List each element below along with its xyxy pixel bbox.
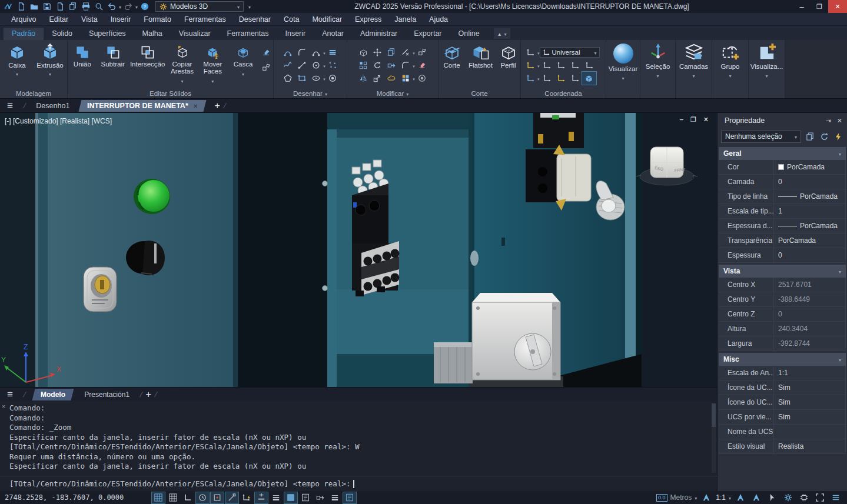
prop-row-centro-z[interactable]: Centro Z 0	[719, 307, 846, 322]
3d-align-icon[interactable]	[356, 46, 370, 59]
plot-icon[interactable]	[67, 1, 79, 12]
visualiza-button[interactable]: Visualiza...	[749, 40, 785, 70]
units-label[interactable]: Metros	[670, 493, 692, 502]
ribbon-tab-visualizar[interactable]: Visualizar	[171, 28, 219, 40]
erase-icon[interactable]	[415, 59, 429, 72]
imprint-icon[interactable]	[259, 61, 273, 74]
menu-express[interactable]: Express	[348, 15, 388, 24]
qat-customize-icon[interactable]	[248, 2, 251, 11]
units-caret-icon[interactable]	[695, 493, 697, 502]
redo-icon[interactable]	[122, 1, 134, 12]
toggle-pickadd-icon[interactable]	[833, 131, 843, 142]
wipeout-icon[interactable]	[415, 72, 429, 85]
key-lock[interactable]	[84, 267, 117, 312]
interseccao-button[interactable]: Intersecção	[129, 42, 167, 68]
menu-modificar[interactable]: Modificar	[305, 15, 348, 24]
extract-edges-icon[interactable]	[259, 46, 273, 59]
close-command-icon[interactable]	[2, 403, 5, 409]
rotate-icon[interactable]	[370, 59, 384, 72]
grid-display-icon[interactable]	[167, 492, 180, 503]
doc-tab-interruptor[interactable]: INTERRUPTOR DE MANETA*	[79, 100, 207, 112]
visualiza-flyout-icon[interactable]	[765, 72, 768, 79]
undo-icon[interactable]	[106, 1, 118, 12]
menu-desenhar[interactable]: Desenhar	[232, 15, 277, 24]
prop-row-cor[interactable]: Cor PorCamada	[719, 160, 846, 175]
ucs-z-icon[interactable]	[554, 72, 568, 85]
ribbon-tab-superficies[interactable]: Superfícies	[81, 28, 134, 40]
contact-block-lower[interactable]	[526, 145, 591, 211]
menu-cota[interactable]: Cota	[277, 15, 305, 24]
minimize-button[interactable]	[793, 0, 811, 13]
grupo-button[interactable]: Grupo	[712, 40, 748, 70]
prop-row-tipo-linha[interactable]: Tipo de linha PorCamada	[719, 189, 846, 204]
menu-editar[interactable]: Editar	[42, 15, 75, 24]
auto-annotation-icon[interactable]	[750, 492, 763, 503]
new-tab-button[interactable]	[215, 101, 220, 111]
menu-ferramentas[interactable]: Ferramentas	[178, 15, 232, 24]
modificar-flyout-icon[interactable]	[406, 90, 408, 97]
mirror-icon[interactable]	[356, 72, 370, 85]
auto-hide-icon[interactable]	[826, 116, 831, 125]
quick-properties-icon[interactable]	[299, 492, 312, 503]
ucs-x-icon[interactable]	[568, 72, 582, 85]
mover-faces-button[interactable]: Mover Faces	[198, 42, 227, 85]
ellipse-icon[interactable]	[309, 72, 323, 85]
camadas-button[interactable]: Camadas	[676, 40, 712, 70]
ribbon-collapse-button[interactable]	[494, 28, 510, 39]
command-scrollbar[interactable]	[712, 403, 716, 473]
ucs-combo[interactable]: Universal	[540, 47, 600, 58]
menu-inserir[interactable]: Inserir	[104, 15, 138, 24]
snap-grid-icon[interactable]	[152, 492, 165, 503]
new-file-icon[interactable]	[15, 1, 27, 12]
undo-caret-icon[interactable]	[119, 2, 121, 11]
camadas-flyout-icon[interactable]	[692, 72, 695, 79]
arc-icon[interactable]	[309, 46, 323, 59]
quick-select-icon[interactable]	[805, 131, 815, 142]
ribbon-tab-inserir[interactable]: Inserir	[277, 28, 314, 40]
prop-row-largura[interactable]: Largura -392.8744	[719, 336, 846, 351]
menu-janela[interactable]: Janela	[388, 15, 423, 24]
print-icon[interactable]	[80, 1, 92, 12]
prop-row-escala-tipo[interactable]: Escala de tip... 1	[719, 204, 846, 219]
polyline-icon[interactable]	[295, 46, 309, 59]
prop-row-nome-ucs[interactable]: Nome da UCS	[719, 425, 846, 439]
selection-combo[interactable]: Nenhuma seleção	[721, 131, 801, 143]
ribbon-tab-anotar[interactable]: Anotar	[314, 28, 352, 40]
ucs-icon-toggle[interactable]	[582, 72, 596, 85]
selecao-button[interactable]: Seleção	[640, 40, 675, 70]
ribbon-tab-administrar[interactable]: Administrar	[352, 28, 406, 40]
hardware-accel-icon[interactable]	[798, 492, 811, 503]
annotation-monitor-icon[interactable]	[314, 492, 327, 503]
contact-block-upper[interactable]	[533, 113, 584, 148]
doc-close-icon[interactable]	[703, 116, 709, 124]
ucs-object-icon[interactable]	[554, 59, 568, 72]
help-icon[interactable]	[139, 1, 151, 12]
menu-arquivo[interactable]: Arquivo	[5, 15, 42, 24]
move-icon[interactable]	[370, 46, 384, 59]
ucs-named-icon[interactable]	[523, 46, 537, 59]
drawing-viewport[interactable]: [-] [Customizado] [Realista] [WCS]	[0, 113, 717, 387]
explode-icon[interactable]	[415, 46, 429, 59]
prop-row-centro-y[interactable]: Centro Y -388.6449	[719, 292, 846, 307]
ribbon-tab-malha[interactable]: Malha	[134, 28, 171, 40]
menu-vista[interactable]: Vista	[75, 15, 104, 24]
lineweight-toggle-icon[interactable]	[255, 492, 268, 503]
object-snap-icon[interactable]	[211, 492, 224, 503]
grupo-flyout-icon[interactable]	[729, 72, 731, 79]
object-snap-tracking-icon[interactable]	[225, 492, 238, 503]
ucs-view-icon[interactable]	[582, 59, 596, 72]
prop-row-ucs-por-vista[interactable]: UCS por vie... Sim	[719, 410, 846, 425]
corte-button[interactable]: Corte	[439, 42, 465, 69]
flatshot-button[interactable]: Flatshot	[466, 42, 496, 69]
annotation-visibility-icon[interactable]	[734, 492, 747, 503]
caixa-button[interactable]: Caixa	[1, 42, 33, 78]
prop-row-transparencia[interactable]: Transparência PorCamada	[719, 233, 846, 248]
fullscreen-icon[interactable]	[813, 492, 826, 503]
ribbon-tab-exportar[interactable]: Exportar	[406, 28, 450, 40]
revision-cloud-icon[interactable]	[384, 72, 398, 85]
trim-icon[interactable]	[398, 46, 413, 59]
visualizar-flyout-icon[interactable]	[622, 74, 624, 81]
doc-tab-desenho1[interactable]: Desenho1	[29, 100, 77, 112]
hatch-pattern-icon[interactable]	[398, 72, 413, 85]
circle-icon[interactable]	[309, 59, 323, 72]
